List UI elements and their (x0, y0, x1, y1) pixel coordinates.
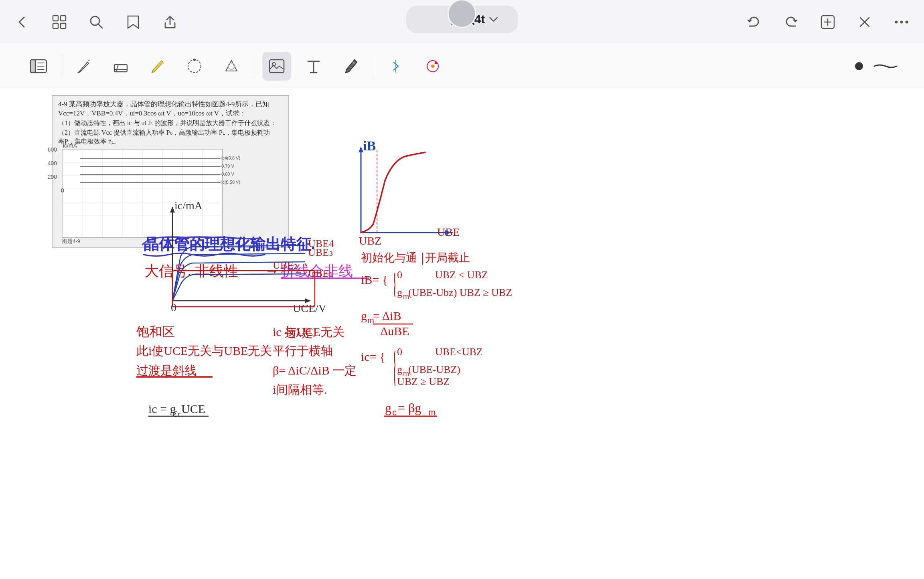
svg-text:g: g (397, 287, 402, 298)
svg-text:（2）直流电源 Vcc 提供直流输入功率 P₀，高频输出功率: （2）直流电源 Vcc 提供直流输入功率 P₀，高频输出功率 P₁，集电极损耗功 (58, 129, 270, 136)
pen-tool[interactable] (336, 52, 365, 81)
svg-text:0: 0 (61, 187, 64, 194)
svg-point-13 (193, 59, 196, 61)
toolbar-bluetooth-group (373, 52, 455, 81)
svg-text:UCE: UCE (181, 402, 205, 415)
svg-text:此i使UCE无关与UBE无关: 此i使UCE无关与UBE无关 (136, 344, 272, 357)
chevron-down-icon (489, 17, 498, 22)
apple-pencil-button[interactable] (418, 52, 447, 81)
svg-rect-15 (270, 60, 284, 73)
svg-text:m: m (403, 370, 409, 378)
title-container: 高频4t (406, 6, 518, 33)
svg-rect-26 (62, 149, 223, 237)
svg-rect-3 (61, 23, 66, 28)
svg-text:大信号. 非线性: 大信号. 非线性 (144, 263, 238, 279)
svg-rect-0 (53, 16, 58, 21)
svg-text:g: g (397, 364, 402, 375)
svg-text:g: g (385, 401, 391, 415)
svg-text:ic/mA: ic/mA (63, 142, 77, 149)
svg-text:0.70 V: 0.70 V (221, 164, 234, 168)
svg-text:UBE₂: UBE₂ (273, 259, 298, 271)
svg-text:4-9  某高频功率放大器，晶体管的理想化输出特性如图题4-: 4-9 某高频功率放大器，晶体管的理想化输出特性如图题4-9所示，已知 (58, 100, 269, 108)
svg-text:UBE₁: UBE₁ (308, 267, 333, 279)
svg-text:ic= {: ic= { (361, 350, 385, 363)
toolbar-left-group (16, 52, 61, 81)
nav-right-group (744, 12, 912, 32)
svg-text:平行于横轴: 平行于横轴 (273, 344, 333, 357)
svg-text:ΔuBE: ΔuBE (380, 324, 409, 338)
more-button[interactable] (891, 12, 912, 32)
svg-rect-1 (61, 16, 66, 21)
shapes-tool[interactable] (217, 52, 246, 81)
nav-left-group (12, 12, 744, 32)
svg-rect-20 (52, 95, 289, 248)
svg-text:UBZ: UBZ (359, 235, 381, 247)
svg-text:= βg: = βg (398, 401, 421, 415)
svg-line-67 (305, 263, 307, 266)
add-page-button[interactable] (817, 12, 838, 32)
svg-text:过渡是斜线: 过渡是斜线 (136, 364, 197, 377)
svg-text:ic/mA: ic/mA (174, 199, 203, 212)
svg-point-8 (906, 20, 908, 23)
svg-text:g: g (361, 309, 367, 322)
grid-button[interactable] (49, 12, 70, 32)
sidebar-toggle-button[interactable] (24, 52, 53, 81)
undo-button[interactable] (744, 12, 764, 32)
svg-text:UBE: UBE (437, 226, 460, 238)
svg-text:(UBE-Ubz) UBZ ≥ UBZ: (UBE-Ubz) UBZ ≥ UBZ (408, 287, 512, 298)
redo-button[interactable] (780, 12, 801, 32)
svg-text:600: 600 (48, 146, 57, 153)
svg-text:β= ΔiC/ΔiB 一定: β= ΔiC/ΔiB 一定 (273, 364, 357, 377)
svg-text:ic(0.50 V): ic(0.50 V) (221, 180, 240, 184)
back-button[interactable] (12, 12, 33, 32)
svg-text:0.60 V: 0.60 V (221, 172, 234, 176)
bookmark-button[interactable] (123, 12, 144, 32)
svg-point-18 (431, 65, 434, 68)
text-tool[interactable] (299, 52, 328, 81)
lasso-tool[interactable] (180, 52, 209, 81)
share-button[interactable] (160, 12, 180, 32)
svg-text:UCE/V: UCE/V (293, 302, 326, 314)
stroke-style-button[interactable] (871, 52, 900, 81)
svg-text:ic4(0.8 V): ic4(0.8 V) (221, 156, 240, 160)
svg-text:400: 400 (48, 160, 57, 166)
eraser-tool[interactable] (106, 52, 135, 81)
canvas-area[interactable]: 4-9 某高频功率放大器，晶体管的理想化输出特性如图题4-9所示，已知 Vcc=… (0, 88, 924, 579)
toolbar-insert-group (254, 52, 373, 81)
drawing-toolbar (0, 44, 924, 88)
svg-rect-69 (172, 271, 315, 307)
svg-rect-2 (53, 23, 58, 28)
handwriting-canvas: 4-9 某高频功率放大器，晶体管的理想化输出特性如图题4-9所示，已知 Vcc=… (0, 88, 924, 579)
svg-point-4 (91, 16, 99, 25)
pencil-tool[interactable] (69, 52, 98, 81)
bluetooth-button[interactable] (381, 52, 410, 81)
svg-text:i间隔相等.: i间隔相等. (273, 383, 327, 396)
svg-marker-88 (445, 230, 451, 235)
svg-text:这λ是.: 这λ是. (285, 327, 316, 339)
svg-text:UBZ ≥ UBZ: UBZ ≥ UBZ (397, 376, 450, 387)
search-button[interactable] (86, 12, 107, 32)
highlighter-tool[interactable] (143, 52, 172, 81)
svg-text:UBZ < UBZ: UBZ < UBZ (435, 269, 488, 281)
svg-point-7 (900, 20, 903, 23)
svg-text:0: 0 (397, 269, 402, 281)
svg-text:m: m (367, 316, 374, 325)
svg-marker-83 (359, 146, 363, 152)
svg-text:折线合非线: 折线合非线 (281, 263, 353, 279)
close-button[interactable] (854, 12, 875, 32)
svg-text:饱和区: 饱和区 (136, 324, 175, 339)
svg-text:UBE4: UBE4 (308, 238, 334, 249)
svg-text:200: 200 (48, 174, 57, 180)
svg-text:UBE₃: UBE₃ (308, 247, 333, 258)
svg-text:(UBE-UBZ): (UBE-UBZ) (408, 364, 460, 375)
svg-rect-10 (30, 60, 35, 73)
svg-text:→: → (265, 263, 279, 279)
svg-text:m: m (403, 293, 409, 301)
svg-point-14 (228, 63, 235, 69)
dot-color-indicator[interactable] (855, 62, 863, 70)
svg-text:iB= {: iB= { (361, 273, 388, 286)
image-tool[interactable] (262, 52, 291, 81)
svg-text:0: 0 (397, 346, 402, 358)
svg-text:ic = g: ic = g (148, 402, 176, 415)
svg-text:率P，集电极效率 η₁。: 率P，集电极效率 η₁。 (58, 138, 120, 145)
